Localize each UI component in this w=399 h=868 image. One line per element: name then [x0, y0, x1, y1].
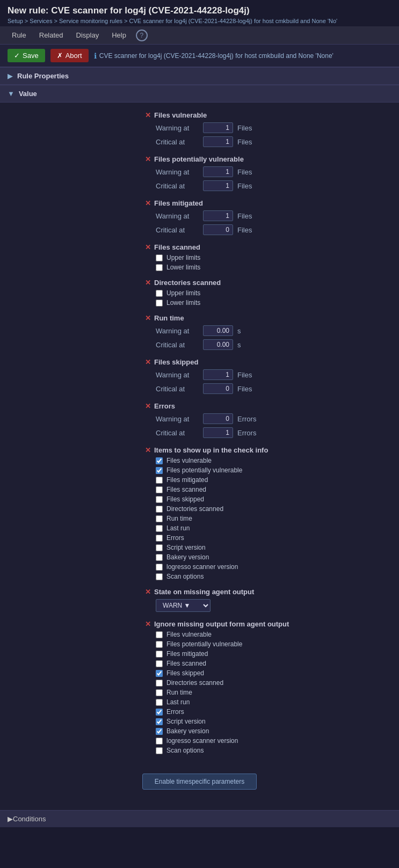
directories-scanned-group: ✕ Directories scanned Upper limits Lower… [0, 275, 399, 308]
files-vulnerable-toggle[interactable]: ✕ [145, 111, 151, 119]
directories-scanned-toggle[interactable]: ✕ [145, 279, 151, 287]
breadcrumb-current: CVE scanner for log4j (CVE-2021-44228-lo… [129, 18, 338, 24]
errors-warn-input[interactable] [203, 413, 233, 424]
rule-properties-section[interactable]: ▶ Rule Properties [0, 67, 399, 85]
ignore-checkbox-row-11: logresso scanner version [0, 736, 399, 746]
files-skipped-warn-input[interactable] [203, 369, 233, 380]
items-checkbox-5[interactable] [156, 506, 163, 513]
ignore-checkbox-label-9: Script version [166, 718, 206, 725]
files-scanned-upper-row: Upper limits [0, 253, 399, 262]
ignore-checkbox-3[interactable] [156, 660, 163, 667]
ignore-checkbox-row-5: Directories scanned [0, 678, 399, 688]
items-checkbox-label-10: Bakery version [166, 553, 209, 561]
breadcrumb-rules: Service monitoring rules [59, 18, 122, 24]
items-checkbox-3[interactable] [156, 486, 163, 493]
ignore-checkbox-row-9: Script version [0, 717, 399, 726]
ignore-checkbox-row-3: Files scanned [0, 659, 399, 668]
enable-timespecific-button[interactable]: Enable timespecific parameters [142, 774, 257, 790]
files-skipped-crit-input[interactable] [203, 383, 233, 394]
dirs-scanned-upper-checkbox[interactable] [156, 290, 163, 297]
items-checkbox-row-4: Files skipped [0, 494, 399, 504]
ignore-checkbox-9[interactable] [156, 718, 163, 725]
value-section[interactable]: ▼ Value [0, 85, 399, 103]
items-checkbox-9[interactable] [156, 544, 163, 551]
files-mitigated-crit-input[interactable] [203, 224, 233, 235]
files-mitigated-warn-input[interactable] [203, 210, 233, 221]
enable-timespecific-container: Enable timespecific parameters [0, 758, 399, 805]
items-checkbox-12[interactable] [156, 573, 163, 580]
errors-crit-input[interactable] [203, 427, 233, 438]
items-checkbox-6[interactable] [156, 515, 163, 522]
nav-display[interactable]: Display [70, 26, 106, 45]
files-potentially-toggle[interactable]: ✕ [145, 155, 151, 163]
items-checkbox-11[interactable] [156, 564, 163, 571]
ignore-checkbox-1[interactable] [156, 641, 163, 648]
ignore-checkbox-label-2: Files mitigated [166, 650, 208, 658]
files-skipped-warn-row: Warning at Files [0, 368, 399, 382]
items-checkbox-label-3: Files scanned [166, 486, 206, 493]
files-mitigated-toggle[interactable]: ✕ [145, 199, 151, 207]
errors-toggle[interactable]: ✕ [145, 402, 151, 410]
conditions-section[interactable]: ▶ Conditions [0, 810, 399, 827]
files-mitigated-group: ✕ Files mitigated Warning at Files Criti… [0, 196, 399, 237]
ignore-checkbox-5[interactable] [156, 680, 163, 687]
ignore-missing-toggle[interactable]: ✕ [145, 620, 151, 628]
files-mitigated-warn-row: Warning at Files [0, 209, 399, 223]
ignore-checkbox-0[interactable] [156, 631, 163, 638]
ignore-checkbox-7[interactable] [156, 699, 163, 706]
save-button[interactable]: ✓ Save [8, 49, 45, 62]
nav-related[interactable]: Related [33, 26, 70, 45]
items-checkbox-4[interactable] [156, 496, 163, 503]
files-skipped-group: ✕ Files skipped Warning at Files Critica… [0, 355, 399, 396]
errors-header: ✕ Errors [0, 399, 399, 412]
items-checkbox-0[interactable] [156, 457, 163, 464]
ignore-checkbox-2[interactable] [156, 651, 163, 658]
files-scanned-upper-checkbox[interactable] [156, 254, 163, 261]
run-time-crit-input[interactable] [203, 339, 233, 350]
items-checkbox-7[interactable] [156, 525, 163, 532]
ignore-checkbox-4[interactable] [156, 670, 163, 677]
breadcrumb: Setup > Services > Service monitoring ru… [8, 18, 391, 24]
state-dropdown[interactable]: WARN ▼ OK CRIT UNKNOWN [156, 599, 211, 612]
files-potentially-warn-input[interactable] [203, 166, 233, 177]
items-checkbox-10[interactable] [156, 554, 163, 561]
items-checkboxes-container: Files vulnerableFiles potentially vulner… [0, 456, 399, 581]
items-to-show-toggle[interactable]: ✕ [145, 446, 151, 454]
files-skipped-toggle[interactable]: ✕ [145, 358, 151, 366]
files-potentially-warn-row: Warning at Files [0, 165, 399, 179]
items-checkbox-8[interactable] [156, 535, 163, 542]
breadcrumb-setup: Setup [8, 18, 23, 24]
ignore-checkbox-row-10: Bakery version [0, 726, 399, 736]
ignore-checkbox-row-2: Files mitigated [0, 649, 399, 659]
ignore-checkbox-row-12: Scan options [0, 746, 399, 755]
arrow-down-icon: ▼ [8, 90, 14, 98]
ignore-checkbox-10[interactable] [156, 728, 163, 735]
files-scanned-lower-checkbox[interactable] [156, 264, 163, 271]
nav-help[interactable]: Help [105, 26, 133, 45]
toolbar: ✓ Save ✗ Abort ℹ CVE scanner for log4j (… [0, 45, 399, 67]
items-checkbox-label-9: Script version [166, 544, 206, 551]
items-checkbox-label-0: Files vulnerable [166, 457, 212, 464]
items-checkbox-2[interactable] [156, 477, 163, 484]
files-potentially-crit-input[interactable] [203, 180, 233, 191]
main-content: ✕ Files vulnerable Warning at 1 Files Cr… [0, 103, 399, 810]
ignore-checkbox-12[interactable] [156, 747, 163, 754]
files-vulnerable-warn-input[interactable]: 1 [203, 122, 233, 133]
run-time-warn-input[interactable] [203, 325, 233, 336]
nav-rule[interactable]: Rule [5, 26, 33, 45]
run-time-toggle[interactable]: ✕ [145, 314, 151, 322]
files-mitigated-header: ✕ Files mitigated [0, 196, 399, 209]
dirs-scanned-lower-checkbox[interactable] [156, 300, 163, 307]
help-circle-icon[interactable]: ? [136, 30, 148, 41]
items-checkbox-1[interactable] [156, 467, 163, 474]
ignore-checkbox-11[interactable] [156, 738, 163, 745]
items-checkbox-label-5: Directories scanned [166, 505, 223, 513]
files-vulnerable-crit-input[interactable]: 1 [203, 136, 233, 147]
ignore-checkbox-label-8: Errors [166, 708, 184, 716]
files-scanned-toggle[interactable]: ✕ [145, 243, 151, 251]
abort-button[interactable]: ✗ Abort [50, 49, 89, 62]
ignore-checkbox-8[interactable] [156, 709, 163, 716]
state-missing-toggle[interactable]: ✕ [145, 588, 151, 596]
ignore-checkbox-6[interactable] [156, 689, 163, 696]
page-title: New rule: CVE scanner for log4j (CVE-202… [8, 5, 391, 16]
